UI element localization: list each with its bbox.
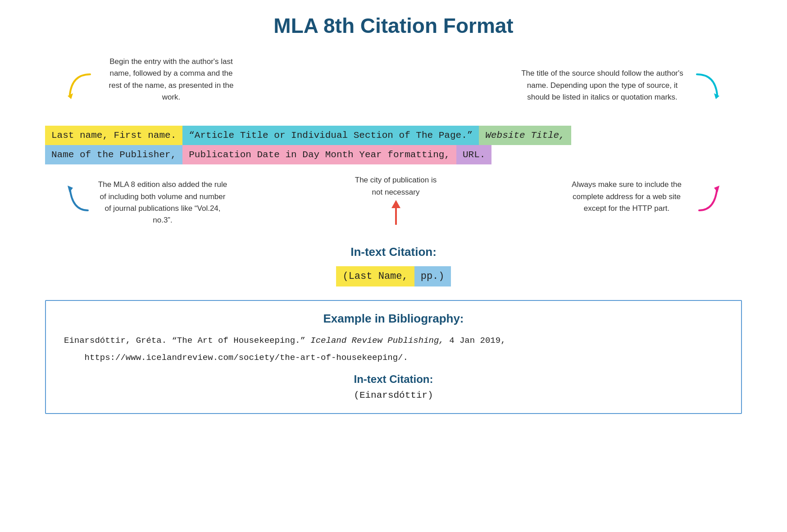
citation-row-1: Last name, First name. “Article Title or… [45, 126, 742, 145]
cite-lastname: Last name, First name. [45, 126, 182, 145]
bib-intext-title: In-text Citation: [64, 373, 723, 386]
bibliography-entry-url: https://www.icelandreview.com/society/th… [64, 351, 723, 364]
intext-section: In-text Citation: (Last Name, pp.) [27, 245, 760, 286]
annotation-top-left: Begin the entry with the author's last n… [104, 56, 239, 103]
svg-marker-4 [391, 200, 400, 208]
intext-lastname: (Last Name, [336, 266, 414, 286]
blue-arrow-icon [63, 174, 95, 215]
cite-pub-date: Publication Date in Day Month Year forma… [182, 145, 456, 164]
annotation-top-right: The title of the source should follow th… [521, 68, 683, 103]
annotation-bottom-left: The MLA 8 edition also added the rule of… [97, 179, 228, 226]
bibliography-title: Example in Bibliography: [64, 312, 723, 326]
cite-publisher: Name of the Publisher, [45, 145, 182, 164]
bibliography-box: Example in Bibliography: Einarsdóttir, G… [45, 300, 742, 414]
red-arrow-icon [389, 200, 403, 227]
bibliography-entry: Einarsdóttir, Gréta. “The Art of Houseke… [64, 334, 723, 347]
annotation-bottom-right: Always make sure to include the complete… [564, 179, 690, 214]
cite-url: URL. [456, 145, 491, 164]
pink-arrow-icon [692, 174, 724, 215]
page-container: MLA 8th Citation Format Begin the entry … [0, 0, 787, 532]
cite-website-title: Website Title, [479, 126, 571, 145]
bib-entry-end: 4 Jan 2019, [444, 336, 506, 346]
yellow-arrow-icon [63, 70, 99, 106]
citation-box: Last name, First name. “Article Title or… [45, 126, 742, 164]
intext-formula: (Last Name, pp.) [336, 266, 450, 286]
page-title: MLA 8th Citation Format [27, 14, 760, 38]
cite-article-title: “Article Title or Individual Section of … [182, 126, 479, 145]
intext-pages: pp.) [414, 266, 451, 286]
bib-entry-normal1: Einarsdóttir, Gréta. “The Art of Houseke… [64, 336, 310, 346]
bib-intext-formula: (Einarsdóttir) [64, 390, 723, 400]
citation-row-2: Name of the Publisher, Publication Date … [45, 145, 742, 164]
annotation-bottom-mid: The city of publication is not necessary [351, 174, 441, 198]
bib-entry-italic: Iceland Review Publishing, [310, 336, 444, 346]
cyan-arrow-icon [688, 70, 724, 106]
intext-citation-title: In-text Citation: [27, 245, 760, 259]
